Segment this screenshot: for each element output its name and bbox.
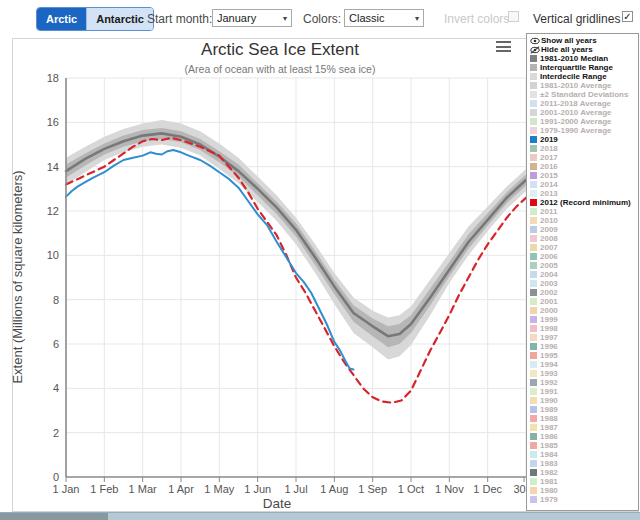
legend-item-1985[interactable]: 1985: [530, 441, 638, 450]
legend-swatch: [530, 118, 537, 125]
legend-swatch: [530, 172, 537, 179]
legend-item-1979[interactable]: 1979: [530, 495, 638, 504]
legend-item-1982[interactable]: 1982: [530, 468, 638, 477]
legend-item-2013[interactable]: 2013: [530, 189, 638, 198]
legend-label: 2010: [540, 216, 558, 225]
legend-item-1981-2010-average[interactable]: 1981-2010 Average: [530, 81, 638, 90]
legend-item-2004[interactable]: 2004: [530, 270, 638, 279]
x-tick-label: 1 Feb: [90, 483, 118, 495]
legend-swatch: [530, 460, 537, 467]
legend-item-show-all-years[interactable]: Show all years: [530, 36, 638, 45]
legend-item-2016[interactable]: 2016: [530, 162, 638, 171]
horizontal-scrollbar[interactable]: [0, 512, 640, 520]
legend-label: 1981: [540, 477, 558, 486]
show-all-eye-icon: [530, 37, 540, 45]
legend-swatch: [530, 298, 537, 305]
legend-item-2015[interactable]: 2015: [530, 171, 638, 180]
y-tick-label: 6: [53, 338, 59, 350]
legend-swatch: [530, 334, 537, 341]
legend-swatch: [530, 154, 537, 161]
legend-label: Interquartile Range: [540, 63, 613, 72]
legend-swatch: [530, 271, 537, 278]
legend-label: 1987: [540, 423, 558, 432]
legend-item-2011[interactable]: 2011: [530, 207, 638, 216]
legend-item-2017[interactable]: 2017: [530, 153, 638, 162]
legend-label: Hide all years: [541, 45, 593, 54]
legend-item-2002[interactable]: 2002: [530, 288, 638, 297]
legend-swatch: [530, 316, 537, 323]
chart-menu-icon[interactable]: [496, 41, 511, 53]
legend-item-1980[interactable]: 1980: [530, 486, 638, 495]
legend-item-2011-2018-average[interactable]: 2011-2018 Average: [530, 99, 638, 108]
legend-item-2019[interactable]: 2019: [530, 135, 638, 144]
legend-label: 1979-1990 Average: [540, 126, 611, 135]
legend-swatch: [530, 199, 537, 206]
legend-item-1981-2010-median[interactable]: 1981-2010 Median: [530, 54, 638, 63]
legend-item-1989[interactable]: 1989: [530, 405, 638, 414]
legend-item-2012-record-minimum[interactable]: 2012 (Record minimum): [530, 198, 638, 207]
x-tick-label: 1 Jul: [284, 483, 307, 495]
legend-swatch: [530, 307, 537, 314]
legend-label: 2016: [540, 162, 558, 171]
legend-item-1999[interactable]: 1999: [530, 315, 638, 324]
legend-item-2001-2010-average[interactable]: 2001-2010 Average: [530, 108, 638, 117]
legend-label: 2014: [540, 180, 558, 189]
legend-item-1993[interactable]: 1993: [530, 369, 638, 378]
legend-label: Interdecile Range: [540, 72, 607, 81]
scrollbar-thumb[interactable]: [0, 513, 108, 520]
legend-item-interdecile-range[interactable]: Interdecile Range: [530, 72, 638, 81]
legend-item-2003[interactable]: 2003: [530, 279, 638, 288]
legend-item-1986[interactable]: 1986: [530, 432, 638, 441]
legend-item-1979-1990-average[interactable]: 1979-1990 Average: [530, 126, 638, 135]
legend-swatch: [530, 406, 537, 413]
legend-label: 1980: [540, 486, 558, 495]
legend-label: 2015: [540, 171, 558, 180]
legend-item-1981[interactable]: 1981: [530, 477, 638, 486]
legend-item-1995[interactable]: 1995: [530, 351, 638, 360]
legend-swatch: [530, 190, 537, 197]
legend-item-1991-2000-average[interactable]: 1991-2000 Average: [530, 117, 638, 126]
legend-label: 1999: [540, 315, 558, 324]
legend-swatch: [530, 433, 537, 440]
legend-item-1994[interactable]: 1994: [530, 360, 638, 369]
legend-label: 1993: [540, 369, 558, 378]
legend-item-2010[interactable]: 2010: [530, 216, 638, 225]
legend-item-2007[interactable]: 2007: [530, 243, 638, 252]
legend-label: 2011-2018 Average: [540, 99, 611, 108]
hide-all-eye-slash-icon: [530, 46, 540, 54]
x-tick-label: 1 Jan: [53, 483, 80, 495]
legend-item-2000[interactable]: 2000: [530, 306, 638, 315]
legend-item-1984[interactable]: 1984: [530, 450, 638, 459]
legend-swatch: [530, 388, 537, 395]
legend-item-2018[interactable]: 2018: [530, 144, 638, 153]
legend-label: 2003: [540, 279, 558, 288]
legend-item-2006[interactable]: 2006: [530, 252, 638, 261]
legend-item-1990[interactable]: 1990: [530, 396, 638, 405]
legend-item-1992[interactable]: 1992: [530, 378, 638, 387]
x-tick-label: 1 Apr: [168, 483, 194, 495]
legend-item-2014[interactable]: 2014: [530, 180, 638, 189]
legend-item-1983[interactable]: 1983: [530, 459, 638, 468]
y-tick-label: 2: [53, 427, 59, 439]
legend-item-1987[interactable]: 1987: [530, 423, 638, 432]
y-axis-title: Extent (Millions of square kilometers): [10, 170, 25, 383]
legend-item-2-standard-deviations[interactable]: ±2 Standard Deviations: [530, 90, 638, 99]
legend-item-1991[interactable]: 1991: [530, 387, 638, 396]
legend-swatch: [530, 64, 537, 71]
legend-swatch: [530, 262, 537, 269]
legend-item-2008[interactable]: 2008: [530, 234, 638, 243]
legend-item-1996[interactable]: 1996: [530, 342, 638, 351]
legend-item-interquartile-range[interactable]: Interquartile Range: [530, 63, 638, 72]
legend-item-1998[interactable]: 1998: [530, 324, 638, 333]
legend-swatch: [530, 217, 537, 224]
legend-item-hide-all-years[interactable]: Hide all years: [530, 45, 638, 54]
legend-item-1997[interactable]: 1997: [530, 333, 638, 342]
legend-item-2005[interactable]: 2005: [530, 261, 638, 270]
legend-item-2009[interactable]: 2009: [530, 225, 638, 234]
legend-swatch: [530, 109, 537, 116]
legend-item-2001[interactable]: 2001: [530, 297, 638, 306]
legend-item-1988[interactable]: 1988: [530, 414, 638, 423]
legend-swatch: [530, 469, 537, 476]
legend-swatch: [530, 181, 537, 188]
legend-label: 2008: [540, 234, 558, 243]
